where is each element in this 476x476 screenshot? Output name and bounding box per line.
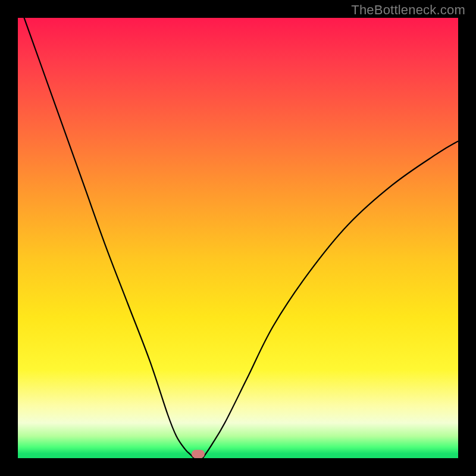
chart-frame: TheBottleneck.com	[0, 0, 476, 476]
curve-left-branch	[18, 18, 194, 458]
watermark-text: TheBottleneck.com	[351, 2, 465, 18]
plot-area	[18, 18, 458, 458]
minimum-marker	[192, 450, 205, 458]
curve-right-branch	[203, 141, 458, 458]
bottleneck-curve	[18, 18, 458, 458]
